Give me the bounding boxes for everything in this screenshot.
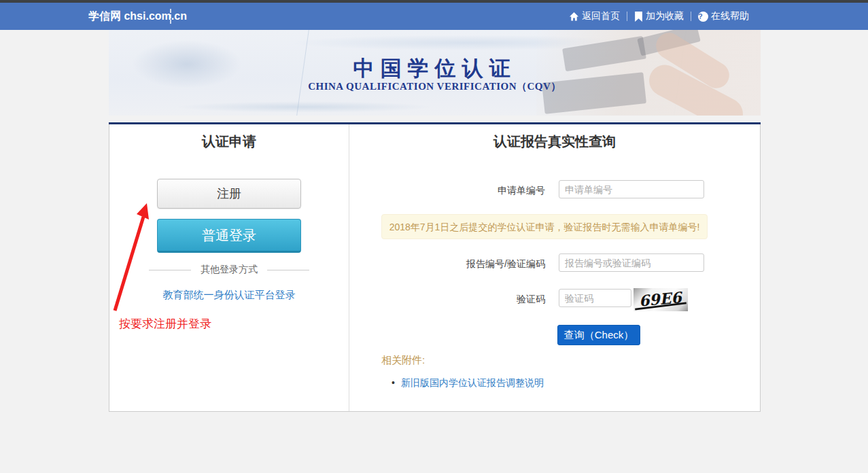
other-login-label: 其他登录方式 — [201, 264, 258, 276]
divider-line — [267, 270, 309, 270]
topbar-link-favorite[interactable]: 加为收藏 — [634, 10, 684, 22]
verify-panel-title: 认证报告真实性查询 — [349, 133, 760, 151]
register-button[interactable]: 注册 — [157, 179, 301, 209]
captcha-input[interactable] — [559, 289, 631, 307]
bookmark-icon — [634, 12, 643, 22]
attachment-link[interactable]: 新旧版国内学位认证报告调整说明 — [401, 377, 544, 388]
topbar: 学信网 chsi.com.cn 返回首页 加为收藏 ? 在线帮助 — [0, 3, 868, 30]
report-no-label: 报告编号/验证编码 — [349, 258, 545, 270]
apply-panel-title: 认证申请 — [109, 133, 349, 151]
login-button[interactable]: 普通登录 — [157, 219, 301, 253]
banner: 中国学位认证 CHINA QUALIFICATION VERIFICATION（… — [109, 30, 761, 116]
topbar-link-home[interactable]: 返回首页 — [569, 10, 620, 22]
apply-panel: 认证申请 注册 普通登录 其他登录方式 教育部统一身份认证平台登录 按要求注册并… — [109, 124, 349, 411]
topbar-links: 返回首页 加为收藏 ? 在线帮助 — [569, 3, 749, 30]
site-logo[interactable]: 学信网 chsi.com.cn — [88, 3, 187, 30]
verify-panel: 认证报告真实性查询 申请单编号 2018年7月1日之后提交的学位认证申请，验证报… — [349, 124, 760, 411]
main-content: 认证申请 注册 普通登录 其他登录方式 教育部统一身份认证平台登录 按要求注册并… — [109, 124, 761, 412]
apply-no-label: 申请单编号 — [349, 185, 545, 197]
banner-subtitle: CHINA QUALIFICATION VERIFICATION（CQV） — [109, 80, 761, 93]
check-button[interactable]: 查询（Check） — [557, 325, 640, 345]
report-no-input[interactable] — [559, 253, 704, 272]
banner-title: 中国学位认证 — [109, 54, 761, 83]
apply-no-input[interactable] — [559, 180, 704, 198]
attachment-list-item: 新旧版国内学位认证报告调整说明 — [392, 377, 544, 389]
red-annotation-text: 按要求注册并登录 — [119, 316, 211, 332]
attachments-title: 相关附件: — [381, 354, 425, 367]
divider-line — [149, 270, 191, 270]
topbar-separator — [627, 12, 627, 21]
topbar-link-label: 返回首页 — [582, 10, 620, 22]
notice-message: 2018年7月1日之后提交的学位认证申请，验证报告时无需输入申请单编号! — [381, 214, 708, 239]
red-annotation-arrow — [109, 202, 152, 316]
topbar-link-label: 加为收藏 — [646, 10, 684, 22]
topbar-separator — [691, 12, 691, 21]
captcha-image[interactable]: 69E6 — [633, 288, 688, 311]
help-icon: ? — [698, 12, 708, 22]
brand-separator — [170, 9, 171, 24]
topbar-link-label: 在线帮助 — [711, 10, 749, 22]
home-icon — [569, 12, 579, 22]
topbar-link-help[interactable]: ? 在线帮助 — [698, 10, 749, 22]
captcha-label: 验证码 — [349, 294, 545, 306]
